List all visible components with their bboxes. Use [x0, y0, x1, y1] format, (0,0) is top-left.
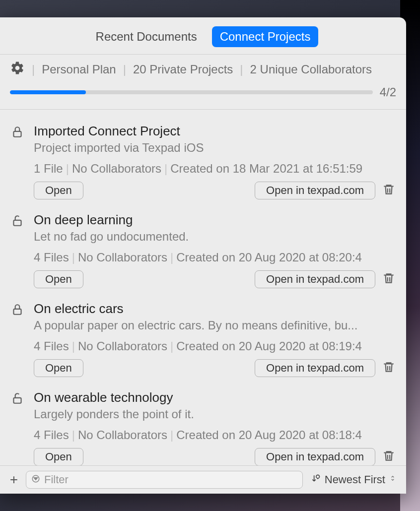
sort-direction-icon	[311, 473, 321, 486]
lock-icon	[11, 301, 26, 318]
filter-field[interactable]	[26, 471, 303, 489]
plan-info: | Personal Plan | 20 Private Projects | …	[0, 55, 406, 110]
svg-rect-2	[13, 309, 21, 315]
sort-selector[interactable]: Newest First	[308, 471, 399, 488]
gear-icon[interactable]	[10, 61, 25, 78]
svg-rect-3	[13, 398, 21, 403]
project-list: Imported Connect Project Project importe…	[0, 110, 406, 465]
open-button[interactable]: Open	[34, 359, 83, 377]
project-subtitle: Project imported via Texpad iOS	[34, 141, 395, 155]
svg-point-5	[316, 475, 320, 478]
sort-label: Newest First	[325, 473, 385, 486]
open-web-button[interactable]: Open in texpad.com	[255, 270, 375, 288]
open-web-button[interactable]: Open in texpad.com	[255, 359, 375, 377]
project-meta: 4 Files|No Collaborators|Created on 20 A…	[34, 339, 395, 353]
trash-icon[interactable]	[382, 449, 395, 464]
footer-bar: + Newest First	[0, 465, 406, 494]
project-subtitle: A popular paper on electric cars. By no …	[34, 319, 395, 332]
open-web-button[interactable]: Open in texpad.com	[255, 448, 375, 465]
open-button[interactable]: Open	[34, 182, 83, 199]
plan-name: Personal Plan	[42, 63, 116, 76]
tabs-row: Recent Documents Connect Projects	[0, 17, 406, 55]
project-item: On deep learning Let no fad go undocumen…	[11, 203, 395, 292]
plan-usage-fill	[10, 90, 86, 94]
plan-usage-label: 4/2	[380, 85, 396, 99]
filter-icon	[31, 474, 40, 485]
lock-icon	[11, 124, 26, 140]
add-icon[interactable]: +	[7, 473, 21, 487]
trash-icon[interactable]	[382, 361, 395, 376]
plan-collaborators: 2 Unique Collaborators	[250, 63, 372, 76]
project-item: Imported Connect Project Project importe…	[11, 115, 395, 203]
open-button[interactable]: Open	[34, 448, 83, 465]
tab-connect-projects[interactable]: Connect Projects	[212, 26, 319, 47]
plan-usage-bar	[10, 90, 373, 94]
tab-recent-documents[interactable]: Recent Documents	[88, 26, 205, 47]
project-title: On electric cars	[34, 301, 395, 317]
svg-rect-1	[13, 220, 21, 226]
unlock-icon	[11, 390, 26, 407]
project-subtitle: Largely ponders the point of it.	[34, 407, 395, 421]
project-meta: 4 Files|No Collaborators|Created on 20 A…	[34, 251, 395, 264]
filter-input[interactable]	[44, 473, 297, 486]
project-meta: 1 File|No Collaborators|Created on 18 Ma…	[34, 162, 395, 176]
project-subtitle: Let no fad go undocumented.	[34, 230, 395, 244]
project-title: Imported Connect Project	[34, 124, 395, 139]
project-meta: 4 Files|No Collaborators|Created on 20 A…	[34, 428, 395, 442]
chevron-updown-icon	[389, 473, 396, 486]
connect-window: Recent Documents Connect Projects | Pers…	[0, 17, 406, 494]
trash-icon[interactable]	[382, 272, 395, 287]
project-title: On deep learning	[34, 212, 395, 228]
project-title: On wearable technology	[34, 390, 395, 405]
unlock-icon	[11, 212, 26, 229]
project-item: On electric cars A popular paper on elec…	[11, 292, 395, 381]
open-button[interactable]: Open	[34, 270, 83, 288]
trash-icon[interactable]	[382, 183, 395, 198]
plan-projects: 20 Private Projects	[133, 63, 233, 76]
open-web-button[interactable]: Open in texpad.com	[255, 182, 375, 199]
svg-rect-0	[13, 131, 21, 137]
project-item: On wearable technology Largely ponders t…	[11, 381, 395, 465]
